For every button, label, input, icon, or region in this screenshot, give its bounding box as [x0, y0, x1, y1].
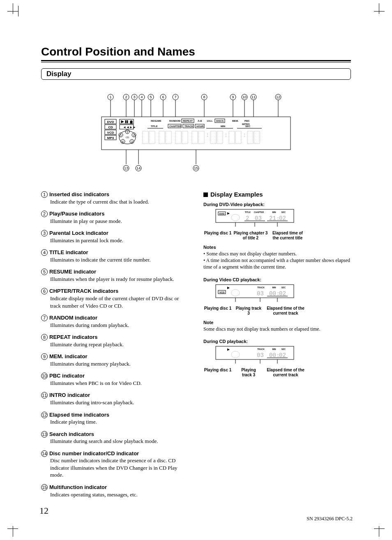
- indicator-title: PBC indicator: [49, 373, 85, 379]
- svg-rect-83: [198, 131, 204, 144]
- svg-rect-86: [229, 131, 235, 144]
- svg-text:TITLE: TITLE: [151, 125, 158, 127]
- caption: Playing track 3: [236, 368, 261, 378]
- indicator-desc: Illuminates during intro-scan playback.: [50, 399, 189, 406]
- svg-text:DVD: DVD: [219, 213, 225, 215]
- indicator-desc: Illuminates in parental lock mode.: [50, 237, 189, 244]
- svg-rect-81: [182, 131, 188, 144]
- svg-point-151: [231, 351, 240, 358]
- footer-doc-id: SN 29343266 DPC-5.2: [307, 516, 353, 522]
- svg-text:CD: CD: [108, 125, 113, 129]
- svg-rect-37: [130, 121, 132, 123]
- indicator-item: 3Parental Lock indicatorIlluminates in p…: [41, 229, 189, 244]
- svg-point-137: [231, 290, 240, 296]
- svg-text:10: 10: [242, 95, 247, 99]
- svg-text:8: 8: [203, 95, 205, 99]
- square-bullet-icon: [203, 192, 208, 197]
- svg-text:RANDOM: RANDOM: [169, 120, 180, 122]
- svg-rect-87: [235, 131, 241, 144]
- circled-number-icon: 3: [41, 230, 48, 236]
- indicator-title: Disc number indicator/CD indicator: [49, 450, 139, 457]
- svg-rect-35: [125, 121, 126, 123]
- circled-number-icon: 8: [41, 334, 48, 341]
- svg-text:3: 3: [131, 140, 133, 143]
- svg-text:MP3: MP3: [107, 136, 114, 140]
- indicator-desc: Indicates operating status, messages, et…: [50, 491, 189, 498]
- indicator-title: MEM. indicator: [49, 353, 87, 359]
- indicator-item: 11INTRO indicatorIlluminates during intr…: [41, 392, 189, 406]
- svg-text:12: 12: [276, 95, 280, 99]
- circled-number-icon: 7: [41, 315, 48, 321]
- svg-rect-36: [127, 121, 128, 123]
- indicator-title: Search indicators: [49, 431, 94, 437]
- page-main-title: Control Position and Names: [41, 45, 351, 61]
- svg-text:SEC: SEC: [245, 125, 251, 127]
- svg-text:MIN: MIN: [272, 286, 276, 289]
- notes-body: Some discs may not display track numbers…: [203, 326, 351, 332]
- indicator-title: Parental Lock indicator: [49, 230, 108, 236]
- svg-text:15: 15: [194, 166, 198, 170]
- svg-text:03: 03: [257, 290, 264, 297]
- svg-text:7: 7: [174, 95, 176, 99]
- svg-text::: :: [207, 132, 208, 138]
- indicator-item: 6CHPTER/TRACK indicatorsIndicate display…: [41, 287, 189, 309]
- indicator-item: 10PBC indicatorIlluminates when PBC is o…: [41, 372, 189, 387]
- indicator-title: INTRO indicator: [49, 392, 90, 398]
- svg-marker-150: [227, 348, 230, 351]
- svg-text:►►: ►►: [129, 125, 136, 129]
- circled-number-icon: 4: [41, 249, 48, 256]
- svg-text:MIN: MIN: [272, 348, 276, 350]
- svg-point-118: [231, 214, 240, 221]
- svg-text:VCD: VCD: [219, 291, 225, 294]
- circled-number-icon: 13: [41, 431, 48, 438]
- svg-rect-78: [159, 131, 165, 144]
- indicator-title: Inserted disc indicators: [49, 191, 109, 197]
- indicator-item: 15Multifunction indicatorIndicates opera…: [41, 484, 189, 498]
- caption: Playing chapter 3 of title 2: [232, 231, 269, 241]
- svg-text:5: 5: [120, 134, 122, 137]
- svg-text:2: 2: [125, 95, 127, 99]
- circled-number-icon: 15: [41, 484, 48, 491]
- svg-rect-79: [166, 131, 171, 144]
- svg-text:CD: CD: [126, 136, 129, 139]
- svg-text:REPEAT: REPEAT: [183, 120, 193, 122]
- svg-text:◄◄: ◄◄: [123, 125, 129, 129]
- page-number: 12: [39, 505, 48, 516]
- indicator-desc: Illuminate in play or pause mode.: [50, 218, 189, 225]
- svg-text:1: 1: [109, 95, 111, 99]
- caption: Elapsed time of the current title: [269, 231, 306, 241]
- svg-rect-77: [149, 131, 155, 144]
- section-header-box: Display: [41, 68, 351, 80]
- indicator-item: 12Elapsed time indicatorsIndicate playin…: [41, 411, 189, 426]
- circled-number-icon: 6: [41, 288, 48, 294]
- notes-body: Some discs may not display chapter numbe…: [203, 250, 351, 271]
- display-diagram: 123456789101112 DVD CD VCD MP3: [97, 92, 295, 178]
- svg-text:3: 3: [133, 95, 135, 99]
- circled-number-icon: 2: [41, 211, 48, 217]
- indicator-title: Multifunction indicator: [49, 484, 107, 490]
- svg-text:1: 1: [127, 130, 128, 133]
- svg-text:SEC: SEC: [281, 348, 286, 350]
- svg-rect-76: [143, 131, 148, 144]
- svg-text:SEC: SEC: [281, 211, 286, 213]
- svg-rect-85: [217, 131, 223, 144]
- svg-text:03: 03: [257, 352, 264, 359]
- indicator-desc: Disc number indicators indicate the pres…: [50, 457, 189, 479]
- svg-rect-84: [210, 131, 216, 144]
- circled-number-icon: 14: [41, 450, 48, 457]
- svg-rect-80: [175, 131, 181, 144]
- svg-text:VCD: VCD: [107, 131, 114, 134]
- svg-text:5: 5: [150, 95, 152, 99]
- indicator-title: TITLE indicator: [49, 249, 88, 255]
- example-cd-box: TRACK MIN SEC 03 00 : 02: [203, 345, 351, 378]
- notes-heading: Note: [203, 320, 351, 325]
- svg-text:SEC: SEC: [281, 286, 286, 289]
- svg-text:4: 4: [122, 140, 124, 143]
- svg-text:CHAPTER: CHAPTER: [254, 211, 264, 213]
- indicator-item: 8REPEAT indicatorsIlluminate during repe…: [41, 334, 189, 348]
- svg-text:14: 14: [136, 166, 141, 170]
- svg-rect-82: [192, 131, 198, 144]
- circled-number-icon: 1: [41, 191, 48, 198]
- svg-text:13: 13: [124, 166, 128, 170]
- svg-text:11: 11: [251, 95, 256, 99]
